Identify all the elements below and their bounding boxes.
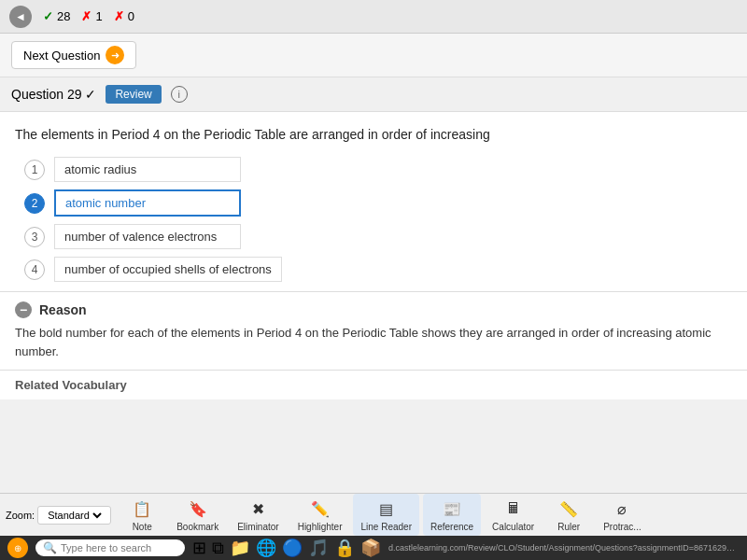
search-input[interactable] xyxy=(61,542,173,553)
reference-icon: 📰 xyxy=(439,497,465,520)
answer-row-2[interactable]: 2 atomic number xyxy=(24,189,732,217)
files-icon[interactable]: 📁 xyxy=(230,538,250,558)
line-reader-tool[interactable]: ▤ Line Reader xyxy=(353,494,418,536)
answer-num-3: 3 xyxy=(24,227,45,247)
reference-tool[interactable]: 📰 Reference xyxy=(423,494,481,536)
answer-num-1: 1 xyxy=(24,160,45,180)
wrong-count-2: 0 xyxy=(128,9,134,23)
answer-row-4[interactable]: 4 number of occupied shells of electrons xyxy=(24,257,732,282)
edge-icon[interactable]: 🌐 xyxy=(256,538,276,558)
line-reader-icon: ▤ xyxy=(374,497,400,520)
answer-box-3[interactable]: number of valence electrons xyxy=(54,224,241,249)
x-icon-1: ✗ xyxy=(81,9,92,23)
protractor-label: Protrac... xyxy=(603,522,641,532)
x-icon-2: ✗ xyxy=(114,9,124,23)
windows-icon[interactable]: ⊞ xyxy=(192,538,206,558)
note-tool[interactable]: 📋 Note xyxy=(119,494,165,536)
eliminator-tool[interactable]: ✖ Eliminator xyxy=(230,494,286,536)
reason-header: − Reason xyxy=(15,301,732,318)
reference-label: Reference xyxy=(430,522,473,532)
eliminator-label: Eliminator xyxy=(237,522,278,532)
reason-text: The bold number for each of the elements… xyxy=(15,324,732,360)
back-button[interactable]: ◄ xyxy=(9,6,32,28)
vocab-section: Related Vocabulary xyxy=(0,371,747,399)
note-icon: 📋 xyxy=(129,497,155,520)
wrong-score-1: ✗ 1 xyxy=(81,9,102,23)
search-bar[interactable]: 🔍 xyxy=(35,539,185,556)
wrong-score-2: ✗ 0 xyxy=(114,9,134,23)
zoom-select-area[interactable]: Standard xyxy=(37,506,111,525)
next-arrow-icon: ➜ xyxy=(106,46,124,64)
taskbar: Zoom: Standard 📋 Note 🔖 Bookmark ✖ Elimi… xyxy=(0,493,747,560)
answer-box-2[interactable]: atomic number xyxy=(54,189,241,217)
lock-icon[interactable]: 🔒 xyxy=(334,538,355,558)
top-bar: ◄ ✓ 28 ✗ 1 ✗ 0 xyxy=(0,0,747,34)
start-button[interactable]: ⊕ xyxy=(7,538,28,558)
reason-section: − Reason The bold number for each of the… xyxy=(0,292,747,371)
next-question-label: Next Question xyxy=(23,49,100,63)
highlighter-icon: ✏️ xyxy=(307,497,333,520)
url-bar: d.castlelearning.com/Review/CLO/Student/… xyxy=(388,543,740,553)
question-label: Question 29 ✓ xyxy=(11,87,96,102)
zoom-label: Zoom: xyxy=(6,510,35,521)
answer-num-4: 4 xyxy=(24,259,45,280)
correct-count: 28 xyxy=(57,9,70,23)
taskview-icon[interactable]: ⧉ xyxy=(212,539,224,558)
highlighter-tool[interactable]: ✏️ Highlighter xyxy=(290,494,350,536)
bookmark-label: Bookmark xyxy=(176,522,218,532)
review-button[interactable]: Review xyxy=(106,85,161,104)
bookmark-icon: 🔖 xyxy=(185,497,211,520)
vocab-header: Related Vocabulary xyxy=(15,378,127,392)
answer-box-4[interactable]: number of occupied shells of electrons xyxy=(54,257,282,282)
ruler-label: Ruler xyxy=(557,522,580,532)
note-label: Note xyxy=(133,522,152,532)
next-question-bar: Next Question ➜ xyxy=(0,34,747,77)
answer-row-1[interactable]: 1 atomic radius xyxy=(24,157,732,182)
ruler-icon: 📏 xyxy=(556,497,582,520)
answer-choices: 1 atomic radius 2 atomic number 3 number… xyxy=(24,157,732,282)
taskbar-app-icons: ⊞ ⧉ 📁 🌐 🔵 🎵 🔒 📦 xyxy=(192,538,381,558)
windows-taskbar: ⊕ 🔍 ⊞ ⧉ 📁 🌐 🔵 🎵 🔒 📦 d.castlelearning.com… xyxy=(0,536,747,560)
zoom-dropdown[interactable]: Standard xyxy=(44,509,105,522)
correct-score: ✓ 28 xyxy=(43,9,70,23)
app-icon-misc[interactable]: 📦 xyxy=(360,538,381,558)
protractor-tool[interactable]: ⌀ Protrac... xyxy=(596,494,649,536)
question-header: Question 29 ✓ Review i xyxy=(0,77,747,112)
wrong-count-1: 1 xyxy=(95,9,102,23)
search-icon: 🔍 xyxy=(43,541,57,554)
answer-box-1[interactable]: atomic radius xyxy=(54,157,241,182)
ruler-tool[interactable]: 📏 Ruler xyxy=(545,494,592,536)
line-reader-label: Line Reader xyxy=(360,522,411,532)
info-icon[interactable]: i xyxy=(171,86,188,103)
chrome-icon[interactable]: 🔵 xyxy=(282,538,303,558)
question-text: The elements in Period 4 on the Periodic… xyxy=(15,127,732,142)
check-icon: ✓ xyxy=(43,9,53,23)
answer-row-3[interactable]: 3 number of valence electrons xyxy=(24,224,732,249)
calculator-tool[interactable]: 🖩 Calculator xyxy=(485,494,542,536)
music-icon[interactable]: 🎵 xyxy=(308,538,329,558)
taskbar-tools: Zoom: Standard 📋 Note 🔖 Bookmark ✖ Elimi… xyxy=(0,494,747,536)
minus-icon: − xyxy=(15,301,32,318)
calculator-label: Calculator xyxy=(492,522,534,532)
main-content: The elements in Period 4 on the Periodic… xyxy=(0,112,747,292)
next-question-button[interactable]: Next Question ➜ xyxy=(11,41,136,69)
calculator-icon: 🖩 xyxy=(500,497,527,520)
bookmark-tool[interactable]: 🔖 Bookmark xyxy=(169,494,226,536)
protractor-icon: ⌀ xyxy=(609,497,635,520)
highlighter-label: Highlighter xyxy=(298,522,343,532)
eliminator-icon: ✖ xyxy=(245,497,271,520)
reason-title: Reason xyxy=(39,302,87,317)
answer-num-2: 2 xyxy=(24,193,45,214)
